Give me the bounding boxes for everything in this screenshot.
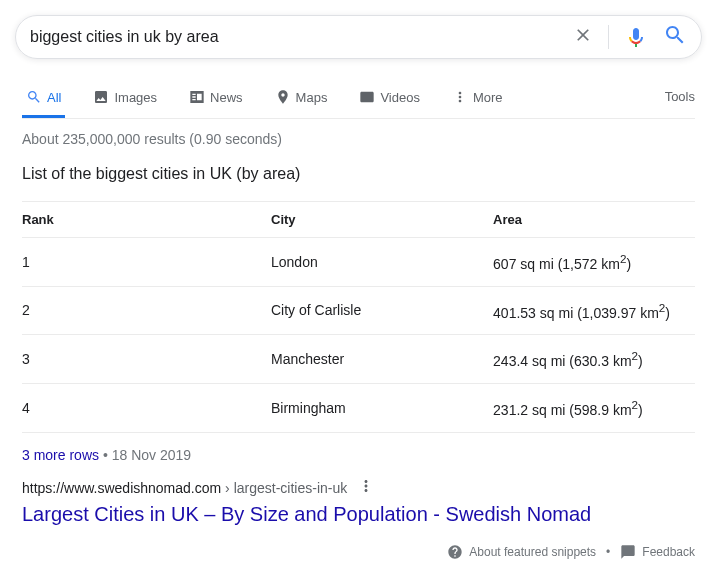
about-featured-snippets[interactable]: About featured snippets bbox=[447, 544, 596, 560]
tab-images-label: Images bbox=[114, 90, 157, 105]
cell-rank: 1 bbox=[22, 238, 271, 287]
divider bbox=[608, 25, 609, 49]
feedback-label: Feedback bbox=[642, 545, 695, 559]
result-title-link[interactable]: Largest Cities in UK – By Size and Popul… bbox=[22, 503, 591, 525]
cell-area: 401.53 sq mi (1,039.97 km2) bbox=[493, 286, 695, 335]
tools-button[interactable]: Tools bbox=[665, 79, 695, 118]
snippet-date: 18 Nov 2019 bbox=[112, 447, 191, 463]
cell-city: Manchester bbox=[271, 335, 493, 384]
tab-maps[interactable]: Maps bbox=[271, 79, 332, 118]
table-row: 4 Birmingham 231.2 sq mi (598.9 km2) bbox=[22, 383, 695, 432]
feedback-icon bbox=[620, 544, 636, 560]
search-input[interactable] bbox=[30, 28, 573, 46]
tab-more-label: More bbox=[473, 90, 503, 105]
sep: • bbox=[606, 545, 610, 559]
search-bar bbox=[15, 15, 702, 59]
about-label: About featured snippets bbox=[469, 545, 596, 559]
tab-images[interactable]: Images bbox=[89, 79, 161, 118]
cell-area: 243.4 sq mi (630.3 km2) bbox=[493, 335, 695, 384]
th-area: Area bbox=[493, 202, 695, 238]
cite-path: › largest-cities-in-uk bbox=[221, 480, 347, 496]
help-icon bbox=[447, 544, 463, 560]
cite-menu-icon[interactable] bbox=[357, 477, 375, 499]
cite-host: https://www.swedishnomad.com bbox=[22, 480, 221, 496]
tabs: All Images News Maps Videos More bbox=[22, 79, 507, 118]
cite-row: https://www.swedishnomad.com › largest-c… bbox=[22, 477, 695, 499]
tab-all-label: All bbox=[47, 90, 61, 105]
cite: https://www.swedishnomad.com › largest-c… bbox=[22, 479, 347, 497]
sep: • bbox=[103, 447, 112, 463]
snippet-title: List of the biggest cities in UK (by are… bbox=[22, 165, 695, 183]
mic-icon[interactable] bbox=[624, 25, 648, 49]
cell-rank: 3 bbox=[22, 335, 271, 384]
tab-videos-label: Videos bbox=[380, 90, 420, 105]
cell-city: City of Carlisle bbox=[271, 286, 493, 335]
feedback-link[interactable]: Feedback bbox=[620, 544, 695, 560]
th-city: City bbox=[271, 202, 493, 238]
table-header-row: Rank City Area bbox=[22, 202, 695, 238]
cell-rank: 2 bbox=[22, 286, 271, 335]
cell-area: 231.2 sq mi (598.9 km2) bbox=[493, 383, 695, 432]
search-actions bbox=[573, 23, 687, 51]
table-row: 1 London 607 sq mi (1,572 km2) bbox=[22, 238, 695, 287]
search-icon[interactable] bbox=[663, 23, 687, 51]
cell-city: London bbox=[271, 238, 493, 287]
table-row: 2 City of Carlisle 401.53 sq mi (1,039.9… bbox=[22, 286, 695, 335]
more-rows: 3 more rows • 18 Nov 2019 bbox=[22, 447, 695, 463]
cell-rank: 4 bbox=[22, 383, 271, 432]
tab-news-label: News bbox=[210, 90, 243, 105]
tab-news[interactable]: News bbox=[185, 79, 247, 118]
table-row: 3 Manchester 243.4 sq mi (630.3 km2) bbox=[22, 335, 695, 384]
result-stats: About 235,000,000 results (0.90 seconds) bbox=[22, 131, 695, 147]
tab-more[interactable]: More bbox=[448, 79, 507, 118]
tab-videos[interactable]: Videos bbox=[355, 79, 424, 118]
more-rows-link[interactable]: 3 more rows bbox=[22, 447, 99, 463]
cell-city: Birmingham bbox=[271, 383, 493, 432]
featured-snippet: List of the biggest cities in UK (by are… bbox=[22, 165, 695, 526]
clear-icon[interactable] bbox=[573, 25, 593, 50]
snippet-table: Rank City Area 1 London 607 sq mi (1,572… bbox=[22, 201, 695, 433]
snippet-footer: About featured snippets • Feedback bbox=[22, 544, 695, 560]
tab-all[interactable]: All bbox=[22, 79, 65, 118]
th-rank: Rank bbox=[22, 202, 271, 238]
tabs-row: All Images News Maps Videos More Tools bbox=[22, 69, 695, 119]
tab-maps-label: Maps bbox=[296, 90, 328, 105]
cell-area: 607 sq mi (1,572 km2) bbox=[493, 238, 695, 287]
